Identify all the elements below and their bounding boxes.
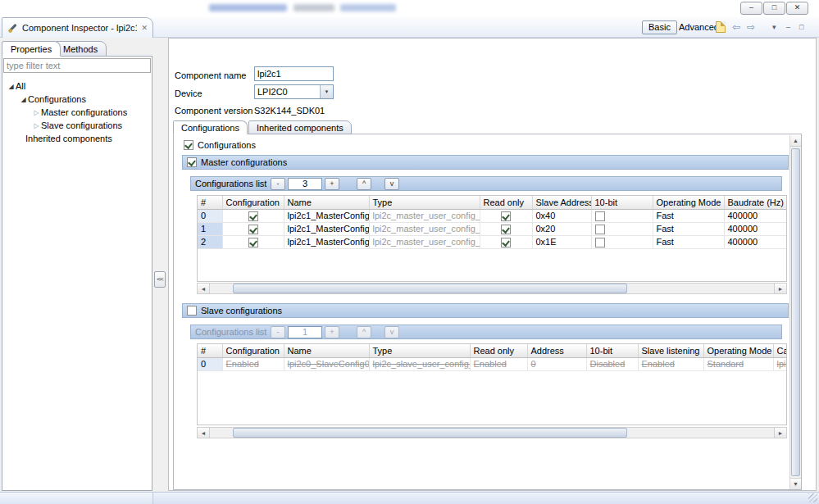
horizontal-scrollbar[interactable]: ◄ ► bbox=[197, 427, 787, 438]
name-cell[interactable]: lpi2c1_MasterConfig1 bbox=[284, 222, 369, 235]
window-minimize-button[interactable]: – bbox=[740, 2, 762, 15]
advanced-button[interactable]: Advanced bbox=[679, 22, 719, 32]
scroll-right-arrow-icon[interactable]: ► bbox=[774, 428, 786, 438]
tab-methods[interactable]: Methods bbox=[54, 41, 107, 57]
add-config-button[interactable]: + bbox=[325, 178, 339, 190]
minimize-icon: – bbox=[749, 3, 753, 11]
move-down-button[interactable]: v bbox=[384, 178, 399, 190]
vertical-scrollbar[interactable]: ▲ ▼ bbox=[789, 135, 801, 489]
config-enabled-checkbox[interactable] bbox=[248, 238, 258, 247]
twistie-expanded-icon[interactable]: ◢ bbox=[7, 80, 16, 93]
chevron-down-icon[interactable]: ▼ bbox=[320, 85, 333, 98]
resize-grip[interactable] bbox=[808, 493, 817, 502]
component-inspector-window: – □ ✕ Component Inspector - lpi2c1 ✕ Bas… bbox=[0, 0, 819, 504]
device-select[interactable]: LPI2C0 ▼ bbox=[254, 84, 334, 99]
operating-mode-cell[interactable]: Fast bbox=[653, 222, 724, 235]
tab-inherited-components[interactable]: Inherited components bbox=[248, 120, 352, 134]
basic-button[interactable]: Basic bbox=[642, 20, 677, 34]
column-header: 10-bit bbox=[586, 344, 638, 357]
ten-bit-checkbox[interactable] bbox=[595, 211, 605, 221]
tree-item-slave-configurations[interactable]: ▷Slave configurations bbox=[2, 119, 152, 132]
type-cell[interactable]: lpi2c_master_user_config_t bbox=[369, 235, 480, 248]
view-tab-component-inspector[interactable]: Component Inspector - lpi2c1 ✕ bbox=[2, 17, 153, 38]
scroll-down-arrow-icon[interactable]: ▼ bbox=[790, 478, 801, 489]
configuration-cell[interactable] bbox=[222, 235, 284, 248]
row-index-cell[interactable]: 1 bbox=[198, 222, 222, 235]
scroll-left-arrow-icon[interactable]: ◄ bbox=[198, 284, 210, 293]
tree-item-all[interactable]: ◢All bbox=[2, 79, 152, 93]
config-enabled-checkbox[interactable] bbox=[248, 225, 258, 234]
scroll-up-arrow-icon[interactable]: ▲ bbox=[790, 135, 801, 147]
window-close-button[interactable]: ✕ bbox=[786, 2, 808, 15]
remove-config-button[interactable]: - bbox=[271, 178, 285, 190]
column-header: # bbox=[198, 344, 222, 357]
slave-address-cell[interactable]: 0x40 bbox=[532, 209, 591, 222]
master-configurations-checkbox[interactable] bbox=[187, 157, 197, 167]
ten-bit-cell[interactable] bbox=[591, 209, 653, 222]
tree-item-master-configurations[interactable]: ▷Master configurations bbox=[2, 106, 152, 119]
left-tab-bar: Properties Methods bbox=[2, 41, 152, 57]
component-version-value: S32K144_SDK01 bbox=[254, 104, 325, 117]
type-cell[interactable]: lpi2c_master_user_config_t bbox=[369, 209, 480, 222]
back-arrow-icon[interactable]: ⇦ bbox=[732, 21, 740, 33]
configuration-cell[interactable] bbox=[222, 222, 284, 235]
ten-bit-cell[interactable] bbox=[591, 235, 653, 248]
configurations-tab-panel: Configurations Master configurations Con… bbox=[173, 134, 802, 490]
ten-bit-checkbox[interactable] bbox=[595, 225, 605, 234]
tree-item-inherited-components[interactable]: Inherited components bbox=[2, 132, 152, 145]
read-only-cell[interactable] bbox=[480, 222, 532, 235]
row-index-cell[interactable]: 2 bbox=[198, 235, 222, 248]
read-only-checkbox[interactable] bbox=[501, 225, 511, 234]
scroll-left-arrow-icon[interactable]: ◄ bbox=[198, 428, 210, 438]
baudrate-cell[interactable]: 400000 bbox=[724, 222, 786, 235]
tree-item-configurations[interactable]: ◢Configurations bbox=[2, 93, 152, 106]
scrollbar-track[interactable] bbox=[210, 428, 774, 438]
read-only-cell[interactable] bbox=[480, 209, 532, 222]
ten-bit-cell[interactable] bbox=[591, 222, 653, 235]
operating-mode-cell[interactable]: Fast bbox=[653, 209, 724, 222]
read-only-checkbox[interactable] bbox=[501, 211, 511, 221]
collapse-panel-button[interactable]: << bbox=[154, 271, 166, 288]
twistie-expanded-icon[interactable]: ◢ bbox=[19, 93, 28, 107]
slave-address-cell[interactable]: 0x1E bbox=[532, 235, 591, 248]
horizontal-scrollbar[interactable]: ◄ ► bbox=[197, 283, 787, 294]
tab-configurations[interactable]: Configurations bbox=[173, 120, 248, 134]
window-maximize-button[interactable]: □ bbox=[763, 2, 785, 15]
config-count-input[interactable] bbox=[288, 178, 322, 190]
view-menu-icon[interactable]: ▾ bbox=[772, 23, 776, 31]
configurations-checkbox[interactable] bbox=[184, 140, 193, 150]
baudrate-cell[interactable]: 400000 bbox=[724, 235, 786, 248]
read-only-checkbox[interactable] bbox=[501, 238, 511, 247]
slave-configurations-checkbox[interactable] bbox=[187, 306, 197, 316]
twistie-collapsed-icon[interactable]: ▷ bbox=[32, 120, 41, 133]
operating-mode-cell[interactable]: Fast bbox=[653, 235, 724, 248]
configuration-cell[interactable] bbox=[222, 209, 284, 222]
config-enabled-checkbox[interactable] bbox=[248, 211, 258, 221]
name-cell[interactable]: lpi2c1_MasterConfig2 bbox=[284, 235, 369, 248]
forward-arrow-icon[interactable]: ⇨ bbox=[747, 21, 755, 33]
twistie-collapsed-icon[interactable]: ▷ bbox=[32, 107, 41, 120]
filter-input[interactable] bbox=[3, 58, 151, 73]
scroll-right-arrow-icon[interactable]: ► bbox=[774, 284, 786, 293]
scrollbar-thumb[interactable] bbox=[233, 428, 628, 438]
ten-bit-checkbox[interactable] bbox=[595, 238, 605, 247]
read-only-cell: Enabled bbox=[470, 357, 527, 370]
scrollbar-track[interactable] bbox=[210, 284, 774, 293]
component-name-input[interactable] bbox=[254, 66, 334, 81]
name-cell[interactable]: lpi2c1_MasterConfig0 bbox=[284, 209, 369, 222]
column-header: 10-bit bbox=[591, 196, 653, 209]
view-minimize-icon[interactable]: – bbox=[786, 23, 790, 31]
scrollbar-thumb[interactable] bbox=[233, 284, 628, 293]
view-tab-title: Component Inspector - lpi2c1 bbox=[22, 23, 137, 33]
read-only-cell[interactable] bbox=[480, 235, 532, 248]
pin-editor-icon[interactable] bbox=[716, 21, 726, 33]
view-maximize-icon[interactable]: □ bbox=[799, 23, 803, 31]
slave-address-cell[interactable]: 0x20 bbox=[532, 222, 591, 235]
tab-properties[interactable]: Properties bbox=[2, 41, 61, 57]
view-tab-close-icon[interactable]: ✕ bbox=[141, 24, 148, 32]
row-index-cell[interactable]: 0 bbox=[198, 209, 222, 222]
move-up-button[interactable]: ^ bbox=[357, 178, 371, 190]
scrollbar-thumb[interactable] bbox=[791, 148, 800, 476]
baudrate-cell[interactable]: 400000 bbox=[724, 209, 786, 222]
type-cell[interactable]: lpi2c_master_user_config_t bbox=[369, 222, 480, 235]
